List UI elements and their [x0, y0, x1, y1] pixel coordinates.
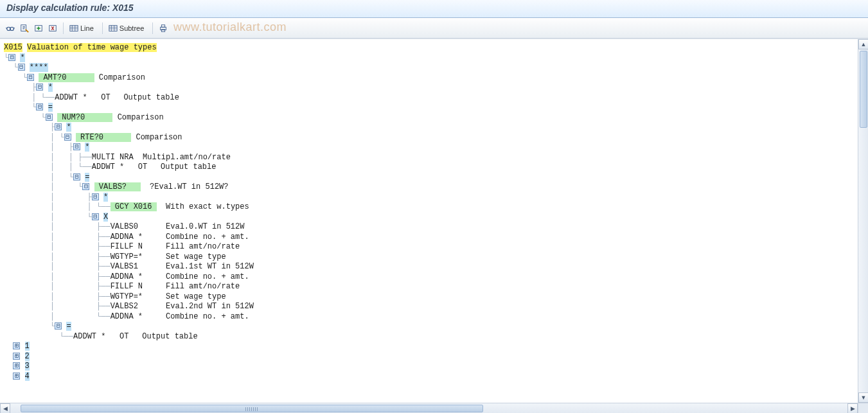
tree-node[interactable]: │ ├⊟ *: [4, 143, 858, 153]
cut-icon: [48, 24, 57, 33]
tree-node[interactable]: ├⊟ *: [4, 123, 858, 133]
window-title-text: Display calculation rule: X015: [6, 3, 134, 13]
display-object-button[interactable]: [4, 22, 17, 35]
insert-button[interactable]: [32, 22, 45, 35]
collapse-icon[interactable]: ⊟: [73, 143, 80, 150]
tree: X015 Valuation of time wage types └⊟ * └…: [0, 39, 858, 403]
glasses-icon: [6, 24, 15, 33]
tree-root[interactable]: X015 Valuation of time wage types: [4, 43, 858, 53]
tree-node[interactable]: │ └⊟ =: [4, 173, 858, 183]
toolbar-separator: [152, 22, 153, 34]
line-button[interactable]: Line: [67, 22, 98, 35]
tree-leaf[interactable]: │ ├──VALBS2 Eval.2nd WT in 512W: [4, 302, 858, 312]
content-area: X015 Valuation of time wage types └⊟ * └…: [0, 39, 868, 413]
tree-leaf[interactable]: │ ├──VALBS1 Eval.1st WT in 512W: [4, 262, 858, 272]
svg-rect-6: [109, 25, 117, 31]
tree-node[interactable]: │ └⊟ X: [4, 213, 858, 223]
svg-rect-5: [70, 25, 78, 31]
scroll-up-button[interactable]: ▲: [858, 39, 868, 49]
tree-leaf[interactable]: │ │ └──ADDWT *OT Output table: [4, 163, 858, 173]
attributes-button[interactable]: [18, 22, 31, 35]
tree-node[interactable]: ⊞ 2: [4, 352, 858, 362]
tree-leaf[interactable]: │ │ └── GCY X016 With exact w.types: [4, 202, 858, 213]
toolbar: Line Subtree www.tutorialkart.com: [0, 18, 868, 39]
svg-point-1: [10, 27, 13, 30]
tree-node[interactable]: └⊟ *: [4, 53, 858, 64]
tree-node[interactable]: │ ├⊟ *: [4, 193, 858, 203]
watermark: www.tutorialkart.com: [173, 21, 287, 34]
collapse-icon[interactable]: ⊟: [64, 134, 71, 141]
tree-leaf[interactable]: │ └──ADDWT *OT Output table: [4, 93, 858, 103]
expand-icon[interactable]: ⊞: [13, 362, 20, 369]
tree-leaf[interactable]: │ ├──VALBS0 Eval.0.WT in 512W: [4, 222, 858, 233]
svg-rect-8: [162, 24, 165, 27]
tree-node[interactable]: ⊞ 4: [4, 372, 858, 382]
tree-node[interactable]: ⊞ 3: [4, 362, 858, 372]
collapse-icon[interactable]: ⊟: [92, 213, 99, 220]
collapse-icon[interactable]: ⊟: [55, 322, 62, 330]
tree-leaf[interactable]: │ ├──FILLF N Fill amt/no/rate: [4, 282, 858, 292]
tree-node[interactable]: └⊟ =: [4, 103, 858, 113]
tree-node[interactable]: ├⊟ *: [4, 83, 858, 93]
vertical-scrollbar[interactable]: ▲ ▼: [858, 39, 868, 403]
expand-icon[interactable]: ⊞: [13, 353, 20, 360]
tree-leaf[interactable]: │ └──ADDNA * Combine no. + amt.: [4, 312, 858, 322]
insert-icon: [34, 24, 43, 33]
tree-node[interactable]: │ └⊟ RTE?0 Comparison: [4, 133, 858, 143]
tree-leaf[interactable]: │ ├──FILLF N Fill amt/no/rate: [4, 242, 858, 252]
tree-node[interactable]: └⊟ =: [4, 322, 858, 332]
collapse-icon[interactable]: ⊟: [36, 83, 43, 91]
collapse-icon[interactable]: ⊟: [27, 74, 34, 81]
tree-node[interactable]: ⊞ 1: [4, 342, 858, 352]
subtree-button[interactable]: Subtree: [107, 22, 149, 35]
tree-leaf[interactable]: │ ├──WGTYP=* Set wage type: [4, 292, 858, 303]
subtree-icon: [109, 24, 118, 33]
tree-leaf[interactable]: │ ├──WGTYP=* Set wage type: [4, 252, 858, 263]
print-button[interactable]: [157, 22, 170, 35]
window-title: Display calculation rule: X015: [0, 0, 868, 18]
collapse-icon[interactable]: ⊟: [92, 193, 99, 200]
tree-node[interactable]: │ └⊟ VALBS? ?Eval.WT in 512W?: [4, 182, 858, 193]
collapse-icon[interactable]: ⊟: [82, 183, 89, 190]
cut-button[interactable]: [46, 22, 59, 35]
expand-icon[interactable]: ⊞: [13, 373, 20, 380]
tree-leaf[interactable]: │ ├──ADDNA * Combine no. + amt.: [4, 272, 858, 283]
collapse-icon[interactable]: ⊟: [18, 64, 25, 71]
collapse-icon[interactable]: ⊟: [46, 114, 53, 121]
tree-leaf[interactable]: │ ├──ADDNA * Combine no. + amt.: [4, 233, 858, 243]
tree-node[interactable]: └⊟ NUM?0 Comparison: [4, 113, 858, 123]
tree-leaf[interactable]: └──ADDWT *OT Output table: [4, 332, 858, 342]
subtree-button-label: Subtree: [120, 24, 145, 32]
attributes-icon: [20, 24, 29, 33]
tree-node[interactable]: └⊟ ****: [4, 63, 858, 73]
line-icon: [69, 24, 78, 33]
scroll-down-button[interactable]: ▼: [858, 392, 868, 403]
scroll-right-button[interactable]: ▶: [847, 403, 858, 413]
svg-point-0: [7, 27, 10, 30]
tree-node[interactable]: └⊟ AMT?0 Comparison: [4, 73, 858, 83]
collapse-icon[interactable]: ⊟: [55, 123, 62, 130]
horizontal-scrollbar[interactable]: ◀ ▶: [0, 403, 858, 413]
scroll-left-button[interactable]: ◀: [0, 403, 10, 413]
scrollbar-corner: [858, 403, 868, 413]
toolbar-separator: [102, 22, 103, 34]
toolbar-separator: [63, 22, 64, 34]
collapse-icon[interactable]: ⊟: [73, 173, 80, 180]
expand-icon[interactable]: ⊞: [13, 342, 20, 349]
tree-leaf[interactable]: │ │ ├──MULTI NRA Multipl.amt/no/rate: [4, 153, 858, 163]
collapse-icon[interactable]: ⊟: [36, 103, 43, 110]
line-button-label: Line: [80, 24, 94, 32]
print-icon: [159, 24, 168, 33]
scroll-thumb[interactable]: [21, 405, 483, 412]
scroll-thumb[interactable]: [860, 51, 867, 128]
collapse-icon[interactable]: ⊟: [8, 54, 15, 61]
